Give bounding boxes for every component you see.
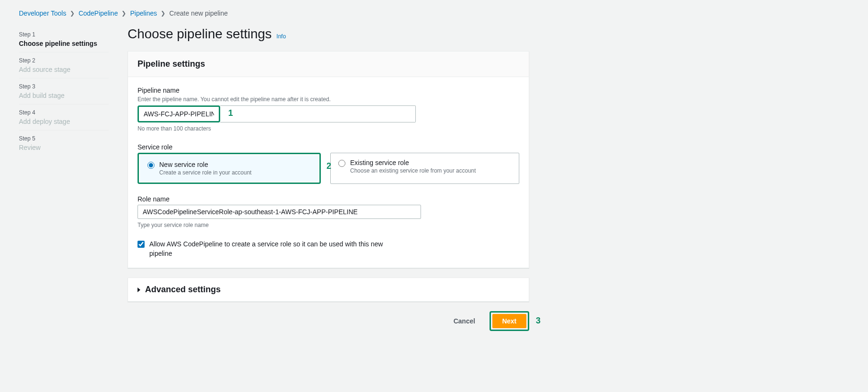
service-role-label: Service role: [138, 143, 519, 151]
pipeline-settings-panel: Pipeline settings Pipeline name Enter th…: [128, 51, 529, 268]
step-name: Review: [19, 144, 109, 151]
step-4: Step 4 Add deploy stage: [19, 105, 109, 131]
role-name-group: Role name Type your service role name: [138, 195, 519, 228]
step-name: Add deploy stage: [19, 118, 109, 125]
wizard-sidebar: Step 1 Choose pipeline settings Step 2 A…: [19, 26, 109, 331]
advanced-settings-toggle[interactable]: Advanced settings: [128, 278, 529, 301]
pipeline-name-group: Pipeline name Enter the pipeline name. Y…: [138, 87, 519, 132]
role-name-constraint: Type your service role name: [138, 222, 519, 228]
button-row: Cancel Next 3: [128, 311, 529, 331]
step-label: Step 1: [19, 31, 109, 38]
step-name: Add build stage: [19, 92, 109, 99]
info-link[interactable]: Info: [276, 33, 286, 40]
pipeline-name-label: Pipeline name: [138, 87, 519, 94]
step-2: Step 2 Add source stage: [19, 52, 109, 78]
step-label: Step 4: [19, 109, 109, 116]
annotation-2: 2: [327, 161, 331, 171]
step-1: Step 1 Choose pipeline settings: [19, 26, 109, 52]
allow-checkbox-group: Allow AWS CodePipeline to create a servi…: [138, 240, 519, 258]
radio-new-desc: Create a service role in your account: [159, 169, 311, 176]
cancel-button[interactable]: Cancel: [444, 314, 485, 328]
step-name: Add source stage: [19, 66, 109, 73]
pipeline-name-input[interactable]: [140, 108, 218, 120]
page-title-text: Choose pipeline settings: [128, 26, 272, 42]
step-name: Choose pipeline settings: [19, 40, 109, 47]
panel-title: Pipeline settings: [138, 59, 519, 69]
breadcrumb-link-pipelines[interactable]: Pipelines: [130, 9, 157, 17]
step-label: Step 3: [19, 83, 109, 90]
next-button[interactable]: Next: [492, 314, 526, 328]
breadcrumb-current: Create new pipeline: [169, 9, 228, 17]
allow-create-role-label: Allow AWS CodePipeline to create a servi…: [149, 240, 404, 258]
advanced-settings-title: Advanced settings: [145, 285, 221, 295]
pipeline-name-hint: Enter the pipeline name. You cannot edit…: [138, 96, 519, 103]
chevron-right-icon: ❯: [70, 10, 75, 17]
allow-create-role-checkbox[interactable]: [138, 241, 145, 248]
service-role-group: Service role New service role Create a s…: [138, 143, 519, 184]
radio-new-input[interactable]: [147, 162, 155, 169]
chevron-right-icon: ❯: [161, 10, 165, 17]
breadcrumb-link-codepipeline[interactable]: CodePipeline: [78, 9, 118, 17]
radio-existing-desc: Choose an existing service role from you…: [350, 167, 511, 174]
role-name-label: Role name: [138, 195, 519, 203]
radio-existing-input[interactable]: [338, 160, 345, 167]
radio-existing-title: Existing service role: [350, 159, 511, 166]
caret-right-icon: [138, 287, 140, 292]
page-title: Choose pipeline settings Info: [128, 26, 529, 42]
role-name-input[interactable]: [138, 205, 421, 219]
breadcrumb-link-devtools[interactable]: Developer Tools: [19, 9, 66, 17]
radio-new-title: New service role: [159, 161, 311, 168]
panel-header: Pipeline settings: [128, 52, 529, 77]
radio-existing-service-role[interactable]: Existing service role Choose an existing…: [330, 153, 519, 184]
chevron-right-icon: ❯: [121, 10, 126, 17]
annotation-3: 3: [536, 316, 541, 326]
radio-new-service-role[interactable]: New service role Create a service role i…: [140, 155, 318, 182]
advanced-settings-panel: Advanced settings: [128, 278, 529, 302]
breadcrumb: Developer Tools ❯ CodePipeline ❯ Pipelin…: [19, 9, 849, 17]
step-label: Step 5: [19, 135, 109, 142]
step-3: Step 3 Add build stage: [19, 78, 109, 105]
step-label: Step 2: [19, 57, 109, 64]
step-5: Step 5 Review: [19, 131, 109, 156]
pipeline-name-constraint: No more than 100 characters: [138, 125, 519, 132]
annotation-1: 1: [228, 108, 233, 118]
